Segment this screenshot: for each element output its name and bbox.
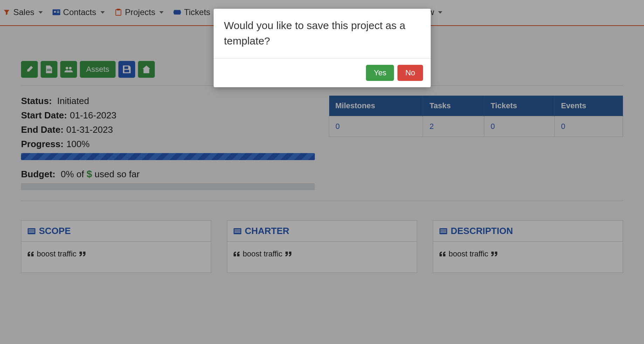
modal-message: Would you like to save this project as a… (214, 9, 431, 59)
no-button[interactable]: No (397, 65, 423, 81)
modal-footer: Yes No (214, 59, 431, 87)
yes-button[interactable]: Yes (366, 65, 394, 81)
save-template-modal: Would you like to save this project as a… (214, 9, 431, 87)
